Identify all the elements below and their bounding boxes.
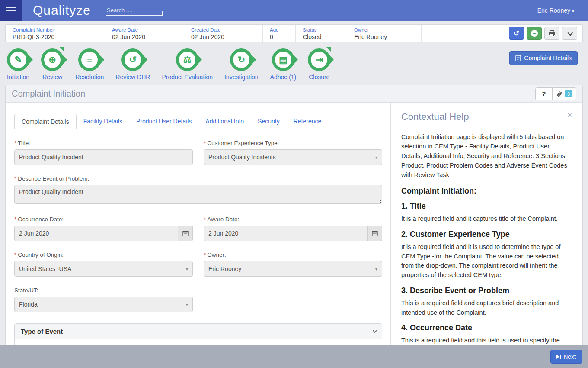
tab-reference[interactable]: Reference [287,114,329,129]
step-glyph: ⊕ [44,52,61,68]
more-actions-button[interactable] [562,27,577,40]
record-field-value: 02 Jun 2020 [112,33,180,41]
record-field-label: Age [270,27,292,33]
page-title: Complaint Initiation [12,89,85,99]
workflow-step-label: Initiation [7,74,29,81]
chevron-down-icon: ▾ [186,302,188,307]
workflow-step-closure[interactable]: ⇥Closure [308,48,330,81]
workflow-step-product-evaluation[interactable]: ⚖Product Evaluation [162,48,213,81]
customer-experience-type-select[interactable]: Product Quality Incidents▾ [204,149,382,165]
help-main-heading: Complaint Initiation: [401,187,572,196]
chevron-down-icon: ▾ [375,155,377,160]
attachment-count-badge: 3 [565,90,572,97]
tab-bar: Complaint DetailsFacility DetailsProduct… [14,114,383,129]
workflow-step-label: Adhoc (1) [270,74,297,81]
tab-complaint-details[interactable]: Complaint Details [14,114,77,129]
workflow-step-investigation[interactable]: ↻Investigation [224,48,259,81]
review-dhr-icon: ↺ [121,48,144,71]
title-label: Title: [18,140,30,146]
hamburger-menu-icon[interactable] [0,0,22,21]
help-intro: Complaint Initiation page is displayed w… [401,132,572,180]
record-actions: ↺ [509,25,582,42]
aware-date-calendar-button[interactable] [368,226,382,241]
record-field-value: PRD-QI-3-2020 [13,33,101,41]
step-glyph: ≡ [81,52,98,68]
history-icon: ↺ [514,29,519,37]
tab-additional-info[interactable]: Additional Info [198,114,251,129]
chevron-down-icon: ▾ [375,267,377,271]
describe-event-textarea[interactable] [14,185,382,204]
adhoc-icon: ▤ [272,48,294,71]
record-field-label: Complaint Number [13,27,101,33]
search-underline-tick [162,11,163,15]
workflow-step-label: Review DHR [115,74,150,81]
help-section-body: It is a required field and it is used to… [401,242,572,280]
tab-security[interactable]: Security [251,114,287,129]
complaint-initiation-panel: Complaint Initiation ? 3 Complaint Detai… [5,85,583,368]
state-ut-label: State/UT: [14,287,38,294]
close-icon[interactable]: × [567,111,572,119]
app-logo: Qualityze [33,3,91,18]
workflow-step-resolution[interactable]: ≡Resolution [75,48,104,81]
help-section-heading: 4. Occurrence Date [401,323,572,332]
remove-button[interactable] [527,27,542,40]
workflow-step-review-dhr[interactable]: ↺Review DHR [115,48,150,81]
search-box[interactable] [106,5,163,16]
help-section-heading: 1. Title [401,202,572,211]
country-of-origin-label: Country of Origin: [18,252,64,258]
next-label: Next [563,353,576,360]
closure-icon: ⇥ [308,48,330,71]
country-of-origin-select[interactable]: United States -USA▾ [14,261,193,277]
field-title: *Title: Product Quality Incident [14,140,193,165]
tab-facility-details[interactable]: Facility Details [77,114,129,129]
field-state-ut: State/UT: Florida▾ [14,287,193,312]
search-input[interactable] [106,5,162,15]
field-country-of-origin: *Country of Origin: United States -USA▾ [14,252,193,277]
record-field: Age0 [263,25,296,42]
aware-date-input[interactable]: 2 Jun 2020 [204,226,368,241]
field-customer-experience-type: *Customer Experience Type: Product Quali… [204,140,382,165]
workflow-step-review[interactable]: ⊕Review [41,48,64,81]
help-section-heading: 3. Describe Event or Problem [401,286,572,295]
contextual-help-panel: Contextual Help × Complaint Initiation p… [390,103,582,368]
workflow-step-initiation[interactable]: ✎Initiation [7,48,29,81]
step-corner-fold [60,47,64,52]
tab-product-user-details[interactable]: Product User Details [129,114,198,129]
record-field-label: Created Date [191,27,259,33]
complaint-details-button[interactable]: Complaint Details [509,51,578,65]
user-menu[interactable]: Eric Rooney▾ [537,7,574,14]
print-button[interactable] [544,27,559,40]
step-glyph: ▤ [275,52,291,68]
workflow-row: ✎Initiation⊕Review≡Resolution↺Review DHR… [5,48,583,81]
occurrence-date-label: Occurrence Date: [18,216,64,223]
occurrence-date-input[interactable]: 2 Jun 2020 [14,226,178,241]
resolution-icon: ≡ [78,48,101,71]
workflow-step-label: Investigation [224,74,259,81]
workflow-step-label: Product Evaluation [162,74,213,81]
help-section-body: It is a required field and it captures t… [401,214,572,224]
type-of-event-header[interactable]: Type of Event [15,324,382,339]
owner-select[interactable]: Eric Rooney▾ [204,261,382,277]
footer-bar: Next [0,345,588,368]
user-name: Eric Rooney [537,7,570,14]
state-ut-select[interactable]: Florida▾ [14,297,193,312]
record-field: OwnerEric Rooney [347,25,422,42]
next-button[interactable]: Next [550,350,582,364]
paperclip-icon [556,90,563,97]
describe-event-label: Describe Event or Problem: [18,175,89,182]
history-button[interactable]: ↺ [509,27,524,40]
customer-experience-type-label: Customer Experience Type: [207,140,279,146]
occurrence-date-calendar-button[interactable] [178,226,193,241]
workflow-step-adhoc-1[interactable]: ▤Adhoc (1) [270,48,297,81]
chevron-down-icon [568,30,573,36]
print-icon [549,30,555,36]
record-field: StatusClosed [296,25,347,42]
type-of-event-title: Type of Event [21,328,63,335]
record-field-value: 0 [270,33,292,41]
title-input[interactable]: Product Quality Incident [14,149,193,165]
attachments-button[interactable]: 3 [553,87,576,100]
step-glyph: ↺ [125,52,141,68]
record-field: Created Date02 Jun 2020 [184,25,263,42]
help-section-body: This is a required field and captures br… [401,299,572,318]
help-button[interactable]: ? [535,87,553,100]
